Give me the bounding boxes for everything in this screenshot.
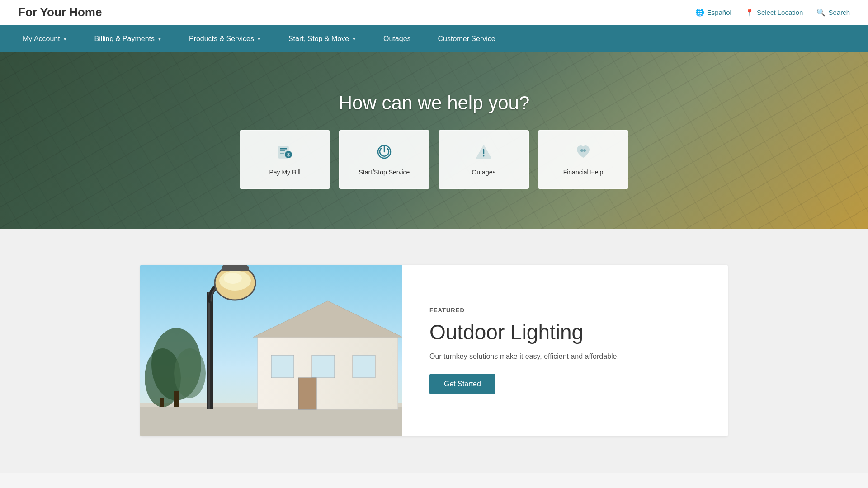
hero-section: How can we help you? $ Pay My Bill	[0, 52, 868, 229]
get-started-button[interactable]: Get Started	[429, 374, 495, 394]
search-icon: 🔍	[816, 8, 826, 17]
start-stop-label: Start/Stop Service	[359, 169, 410, 176]
top-bar-links: 🌐 Español 📍 Select Location 🔍 Search	[695, 8, 850, 17]
financial-help-label: Financial Help	[563, 169, 604, 176]
location-pin-icon: 📍	[745, 8, 754, 17]
espanol-link[interactable]: 🌐 Español	[695, 8, 731, 17]
outages-card[interactable]: Outages	[439, 130, 529, 189]
featured-description: Our turnkey solutions make it easy, effi…	[429, 351, 701, 362]
nav-item-products-services[interactable]: Products & Services ▼	[175, 25, 275, 52]
hero-title: How can we help you?	[339, 92, 530, 114]
select-location-link[interactable]: 📍 Select Location	[745, 8, 803, 17]
featured-tag: FEATURED	[429, 307, 701, 314]
hero-cards: $ Pay My Bill Start/Stop Service	[240, 130, 628, 189]
svg-rect-2	[280, 150, 285, 151]
financial-help-card[interactable]: Financial Help	[538, 130, 628, 189]
outages-label: Outages	[472, 169, 496, 176]
featured-title: Outdoor Lighting	[429, 321, 701, 344]
svg-point-12	[583, 149, 586, 152]
featured-section: FEATURED Outdoor Lighting Our turnkey so…	[140, 265, 728, 436]
svg-rect-19	[312, 355, 335, 378]
power-icon	[376, 144, 392, 163]
bill-icon: $	[277, 144, 293, 163]
globe-icon: 🌐	[695, 8, 704, 17]
hero-content: How can we help you? $ Pay My Bill	[0, 92, 868, 189]
svg-rect-1	[280, 148, 287, 150]
warning-icon	[476, 144, 492, 163]
nav-item-my-account[interactable]: My Account ▼	[9, 25, 81, 52]
nav-item-billing-payments[interactable]: Billing & Payments ▼	[81, 25, 175, 52]
chevron-down-icon: ▼	[157, 37, 162, 42]
top-bar: For Your Home 🌐 Español 📍 Select Locatio…	[0, 0, 868, 25]
nav-item-outages[interactable]: Outages	[370, 25, 424, 52]
brand-title: For Your Home	[18, 5, 102, 19]
svg-rect-33	[160, 398, 164, 407]
svg-rect-20	[353, 355, 375, 378]
featured-image	[140, 265, 402, 436]
chevron-down-icon: ▼	[352, 37, 356, 42]
search-link[interactable]: 🔍 Search	[816, 8, 850, 17]
svg-point-10	[483, 155, 485, 156]
svg-point-11	[580, 149, 583, 152]
featured-content: FEATURED Outdoor Lighting Our turnkey so…	[402, 265, 728, 436]
svg-point-26	[224, 273, 242, 284]
svg-rect-18	[271, 355, 294, 378]
svg-point-31	[174, 348, 206, 398]
svg-text:$: $	[287, 152, 290, 157]
svg-rect-28	[222, 267, 249, 271]
svg-rect-21	[298, 378, 316, 409]
svg-rect-32	[174, 391, 179, 407]
start-stop-service-card[interactable]: Start/Stop Service	[339, 130, 429, 189]
main-nav: My Account ▼ Billing & Payments ▼ Produc…	[0, 25, 868, 52]
nav-item-customer-service[interactable]: Customer Service	[425, 25, 509, 52]
pay-my-bill-label: Pay My Bill	[269, 169, 300, 176]
outdoor-lamp-illustration	[140, 265, 402, 436]
chevron-down-icon: ▼	[63, 37, 67, 42]
nav-item-start-stop-move[interactable]: Start, Stop & Move ▼	[275, 25, 370, 52]
heart-icon	[575, 144, 591, 163]
svg-rect-3	[280, 153, 284, 154]
pay-my-bill-card[interactable]: $ Pay My Bill	[240, 130, 330, 189]
svg-rect-23	[208, 292, 210, 409]
chevron-down-icon: ▼	[257, 37, 261, 42]
